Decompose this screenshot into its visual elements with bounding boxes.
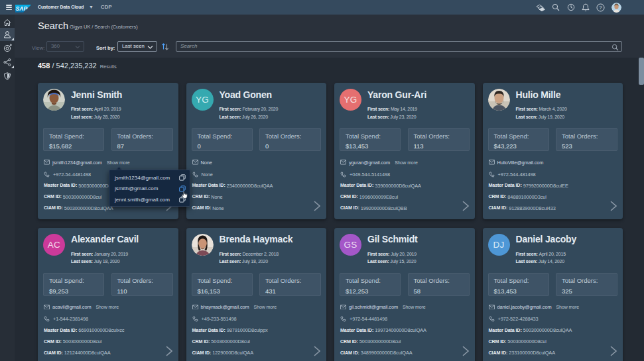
svg-text:SAP: SAP xyxy=(16,5,28,12)
svg-text:?: ? xyxy=(599,5,602,11)
